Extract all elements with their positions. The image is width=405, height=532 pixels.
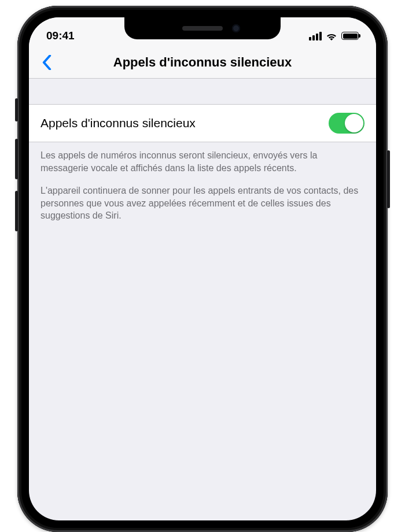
front-camera	[232, 24, 240, 32]
side-button-volume-down	[15, 191, 18, 231]
side-button-power	[387, 150, 390, 208]
content: Appels d'inconnus silencieux Les appels …	[29, 79, 376, 222]
silence-unknown-callers-toggle[interactable]	[329, 113, 365, 134]
cellular-signal-icon	[309, 32, 322, 40]
silence-unknown-callers-row[interactable]: Appels d'inconnus silencieux	[29, 104, 376, 142]
notch	[124, 17, 281, 39]
description-paragraph-1: Les appels de numéros inconnus seront si…	[41, 149, 365, 174]
speaker-grille	[182, 26, 223, 31]
side-button-volume-up	[15, 139, 18, 179]
page-title: Appels d'inconnus silencieux	[36, 55, 369, 70]
toggle-knob	[345, 114, 363, 132]
device-frame: 09:41 Appels d'inconnus silencieux	[17, 6, 388, 532]
wifi-icon	[326, 32, 337, 40]
setting-label: Appels d'inconnus silencieux	[41, 116, 196, 130]
nav-bar: Appels d'inconnus silencieux	[29, 46, 376, 79]
battery-icon	[341, 32, 359, 40]
setting-description: Les appels de numéros inconnus seront si…	[29, 142, 376, 222]
status-time: 09:41	[46, 29, 75, 42]
side-button-silence	[15, 98, 18, 121]
description-paragraph-2: L'appareil continuera de sonner pour les…	[41, 184, 365, 222]
screen: 09:41 Appels d'inconnus silencieux	[29, 17, 376, 520]
